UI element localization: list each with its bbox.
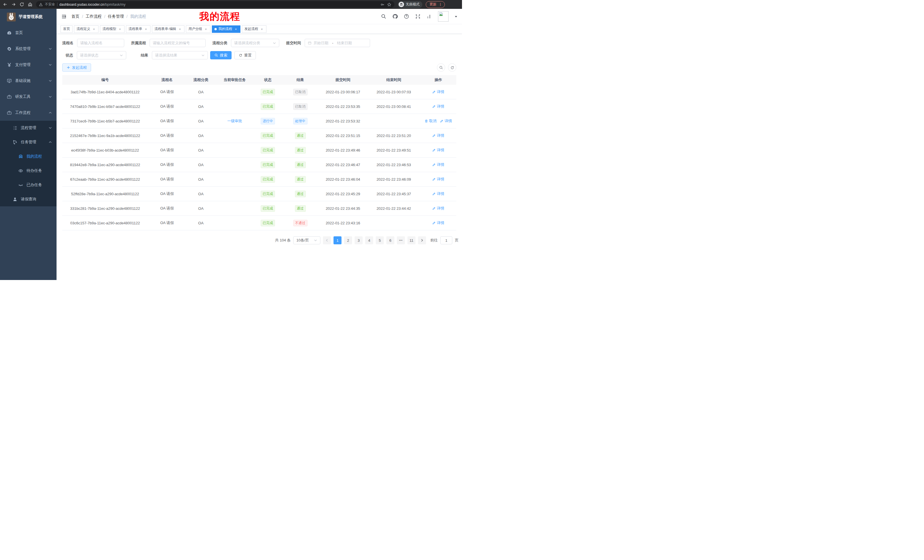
status-select[interactable]: 请选择状态 <box>77 51 126 59</box>
process-name-input[interactable] <box>77 39 124 47</box>
result-select[interactable]: 请选择流结果 <box>152 51 208 59</box>
detail-link[interactable]: 详情 <box>432 206 444 211</box>
detail-link[interactable]: 详情 <box>432 191 444 196</box>
result-badge: 通过 <box>295 176 306 183</box>
close-icon[interactable]: × <box>92 27 96 31</box>
table-refresh-button[interactable] <box>448 63 456 72</box>
sidebar: 芋道管理系统 首页 系统管理 支付管理 基础设施 <box>0 9 57 280</box>
result-badge: 通过 <box>295 205 306 212</box>
detail-link[interactable]: 详情 <box>432 177 444 182</box>
avatar[interactable] <box>438 11 448 22</box>
sidebar-item-payment[interactable]: 支付管理 <box>0 57 57 73</box>
tab-home[interactable]: 首页 <box>60 25 72 33</box>
detail-link[interactable]: 详情 <box>432 220 444 226</box>
sidebar-item-devtools[interactable]: 研发工具 <box>0 89 57 105</box>
close-icon[interactable]: × <box>144 27 148 31</box>
page-button-6[interactable]: 6 <box>386 236 394 244</box>
breadcrumb-task-mgmt[interactable]: 任务管理 <box>108 14 124 19</box>
detail-link[interactable]: 详情 <box>432 148 444 153</box>
question-icon[interactable] <box>404 14 409 19</box>
breadcrumb-workflow[interactable]: 工作流程 <box>86 14 102 19</box>
page-button-11[interactable]: 11 <box>408 236 416 244</box>
close-icon[interactable]: × <box>204 27 208 31</box>
breadcrumb-home[interactable]: 首页 <box>71 14 80 19</box>
sidebar-item-my-process[interactable]: 我的流程 <box>0 149 57 163</box>
sidebar-item-home[interactable]: 首页 <box>0 25 57 41</box>
font-size-icon[interactable] <box>427 14 432 19</box>
page-button-1[interactable]: 1 <box>333 236 342 244</box>
pencil-icon <box>432 221 436 225</box>
sidebar-item-leave-query[interactable]: 请假查询 <box>0 192 57 207</box>
home-icon[interactable] <box>28 2 33 7</box>
table-row: 03c6c157-7b9a-11ec-a290-acde48001122 OA … <box>62 216 456 231</box>
github-icon[interactable] <box>392 14 398 19</box>
create-process-button[interactable]: 发起流程 <box>62 63 91 72</box>
address-bar[interactable]: 不安全 dashboard.yudao.iocoder.cn/bpm/task/… <box>36 1 394 8</box>
tab-process-form-edit[interactable]: 流程表单-编辑× <box>152 25 184 33</box>
key-icon[interactable] <box>380 2 385 7</box>
prev-page-button[interactable] <box>323 236 331 244</box>
reset-button[interactable]: 重置 <box>234 51 256 59</box>
search-button[interactable]: 搜索 <box>210 51 232 59</box>
sidebar-item-done-tasks[interactable]: 已办任务 <box>0 178 57 192</box>
gear-icon <box>7 46 12 51</box>
close-icon[interactable]: × <box>260 27 264 31</box>
star-icon[interactable] <box>387 2 392 7</box>
date-range-picker[interactable]: 开始日期 - 结束日期 <box>304 39 370 47</box>
page-button-5[interactable]: 5 <box>376 236 384 244</box>
chevron-down-icon <box>48 79 52 82</box>
cancel-link[interactable]: 取消 <box>424 118 436 124</box>
back-icon[interactable] <box>3 2 8 7</box>
sidebar-item-system[interactable]: 系统管理 <box>0 41 57 57</box>
detail-link[interactable]: 详情 <box>432 133 444 138</box>
detail-link[interactable]: 详情 <box>432 162 444 167</box>
url-text: dashboard.yudao.iocoder.cn/bpm/task/my <box>59 3 125 7</box>
more-pages-button[interactable]: ••• <box>397 236 405 244</box>
fullscreen-icon[interactable] <box>415 14 421 19</box>
chevron-down-icon <box>120 54 123 57</box>
tab-user-group[interactable]: 用户分组× <box>186 25 210 33</box>
total-count: 共 104 条 <box>275 238 291 243</box>
page-button-3[interactable]: 3 <box>355 236 363 244</box>
content: 流程名 所属流程 流程分类 请选择流程分类 提交时间 开始日期 <box>57 34 462 280</box>
kebab-icon[interactable] <box>439 3 442 6</box>
page-button-4[interactable]: 4 <box>365 236 373 244</box>
next-page-button[interactable] <box>418 236 426 244</box>
table-search-toggle-button[interactable] <box>437 63 445 72</box>
sidebar-item-task-mgmt[interactable]: 任务管理 <box>0 135 57 149</box>
chevron-down-icon <box>201 54 205 57</box>
page-unit-label: 页 <box>455 238 459 243</box>
reload-icon[interactable] <box>20 2 24 7</box>
sidebar-item-infra[interactable]: 基础设施 <box>0 73 57 89</box>
tab-process-model[interactable]: 流程模型× <box>100 25 124 33</box>
tab-process-form[interactable]: 流程表单× <box>126 25 150 33</box>
detail-link[interactable]: 详情 <box>440 118 452 124</box>
app-logo[interactable]: 芋道管理系统 <box>0 9 57 25</box>
tab-process-definition[interactable]: 流程定义× <box>74 25 99 33</box>
page-button-2[interactable]: 2 <box>344 236 352 244</box>
category-select[interactable]: 请选择流程分类 <box>231 39 279 47</box>
goto-page-input[interactable] <box>440 236 452 244</box>
annotation-overlay: 我的流程 <box>199 10 240 23</box>
tab-start-process[interactable]: 发起流程× <box>242 25 266 33</box>
caret-down-icon[interactable] <box>454 15 458 18</box>
detail-link[interactable]: 详情 <box>432 89 444 94</box>
forward-icon[interactable] <box>11 2 16 7</box>
close-icon[interactable]: × <box>178 27 182 31</box>
close-icon[interactable]: × <box>118 27 122 31</box>
tab-my-process[interactable]: 我的流程× <box>212 25 240 33</box>
incognito-label: 无痕模式 <box>406 2 420 7</box>
process-id-input[interactable] <box>150 39 206 47</box>
close-icon[interactable]: × <box>234 27 238 31</box>
current-task-link[interactable]: 一级审批 <box>227 118 242 124</box>
update-button[interactable]: 更新 <box>426 1 445 8</box>
hamburger-icon[interactable] <box>61 14 67 19</box>
sidebar-item-todo-tasks[interactable]: 待办任务 <box>0 163 57 178</box>
search-icon[interactable] <box>381 14 386 19</box>
chevron-left-icon <box>325 239 328 242</box>
pencil-icon <box>432 134 436 137</box>
detail-link[interactable]: 详情 <box>432 104 444 109</box>
sidebar-item-workflow[interactable]: 工作流程 <box>0 105 57 121</box>
page-size-select[interactable]: 10条/页 <box>293 236 320 244</box>
sidebar-item-process-mgmt[interactable]: 流程管理 <box>0 121 57 135</box>
